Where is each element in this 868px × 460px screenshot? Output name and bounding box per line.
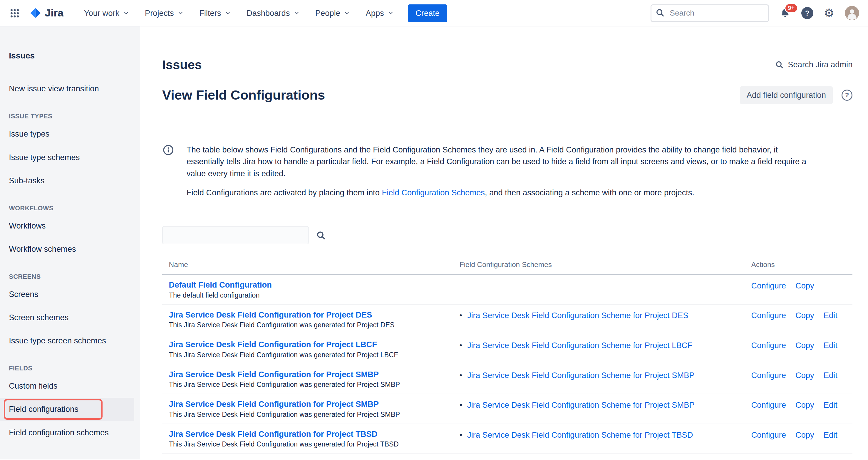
scheme-link[interactable]: Jira Service Desk Field Configuration Sc… — [467, 310, 688, 321]
configure-link[interactable]: Configure — [751, 370, 786, 381]
field-config-name-link[interactable]: Jira Service Desk Field Configuration fo… — [169, 399, 379, 409]
sidebar-item-new-issue-view-transition[interactable]: New issue view transition — [0, 77, 140, 100]
configure-link[interactable]: Configure — [751, 310, 786, 321]
settings-gear-icon[interactable]: ⚙ — [824, 7, 834, 19]
add-field-configuration-button[interactable]: Add field configuration — [740, 86, 832, 104]
copy-link[interactable]: Copy — [796, 399, 814, 410]
table-header: Name Field Configuration Schemes Actions — [162, 256, 852, 275]
app-switcher-icon[interactable] — [10, 8, 20, 18]
heading-row: View Field Configurations Add field conf… — [162, 86, 852, 104]
table-row: Jira Service Desk Field Configuration fo… — [162, 424, 852, 454]
sidebar-section-heading-screens: SCREENS — [0, 266, 140, 283]
scheme-link[interactable]: Jira Service Desk Field Configuration Sc… — [467, 429, 693, 440]
nav-item-people[interactable]: People — [309, 5, 356, 21]
search-icon — [656, 8, 664, 19]
nav-item-dashboards[interactable]: Dashboards — [240, 5, 306, 21]
copy-link[interactable]: Copy — [796, 370, 814, 381]
avatar[interactable] — [845, 6, 859, 20]
sidebar-item-custom-fields[interactable]: Custom fields — [0, 374, 140, 398]
topnav-right-cluster: 9+ ? ⚙ — [651, 4, 859, 22]
sidebar-item-sub-tasks[interactable]: Sub-tasks — [0, 169, 140, 192]
sidebar-item-issue-types[interactable]: Issue types — [0, 123, 140, 146]
column-header-schemes: Field Configuration Schemes — [453, 256, 745, 274]
field-configuration-schemes-link[interactable]: Field Configuration Schemes — [382, 188, 485, 197]
sidebar-item-issue-type-screen-schemes[interactable]: Issue type screen schemes — [0, 329, 140, 353]
edit-link[interactable]: Edit — [824, 370, 837, 381]
bullet-icon: • — [460, 429, 462, 440]
field-config-description: This Jira Service Desk Field Configurati… — [169, 351, 446, 359]
sidebar-item-screen-schemes[interactable]: Screen schemes — [0, 306, 140, 329]
table-row: Default Field Configuration The default … — [162, 275, 852, 305]
field-config-name-link[interactable]: Jira Service Desk Field Configuration fo… — [169, 340, 377, 349]
name-cell: Jira Service Desk Field Configuration fo… — [162, 305, 453, 334]
chevron-down-icon — [387, 10, 394, 17]
jira-logo[interactable]: Jira — [29, 7, 63, 19]
search-icon[interactable] — [316, 231, 326, 240]
sidebar-item-screens[interactable]: Screens — [0, 283, 140, 306]
sidebar-section-heading-workflows: WORKFLOWS — [0, 198, 140, 214]
edit-link[interactable]: Edit — [824, 429, 837, 440]
actions-cell: Configure Copy Edit — [745, 334, 852, 364]
notifications-icon[interactable]: 9+ — [780, 8, 791, 19]
nav-item-label: Apps — [366, 8, 384, 18]
info-paragraph-1: The table below shows Field Configuratio… — [187, 144, 814, 180]
scheme-link[interactable]: Jira Service Desk Field Configuration Sc… — [467, 370, 694, 381]
edit-link[interactable]: Edit — [824, 310, 837, 321]
chevron-down-icon — [343, 10, 350, 17]
info-block: The table below shows Field Configuratio… — [162, 144, 852, 199]
help-icon[interactable]: ? — [801, 7, 813, 19]
configure-link[interactable]: Configure — [751, 280, 786, 291]
sidebar-title: Issues — [0, 51, 140, 61]
name-cell: Jira Service Desk Field Configuration fo… — [162, 424, 453, 454]
nav-item-your-work[interactable]: Your work — [78, 5, 135, 21]
nav-item-filters[interactable]: Filters — [193, 5, 237, 21]
help-circle-icon[interactable]: ? — [842, 90, 853, 101]
configure-link[interactable]: Configure — [751, 429, 786, 440]
sidebar-item-workflow-schemes[interactable]: Workflow schemes — [0, 237, 140, 261]
sidebar-item-workflows[interactable]: Workflows — [0, 214, 140, 237]
configure-link[interactable]: Configure — [751, 399, 786, 410]
copy-link[interactable]: Copy — [796, 310, 814, 321]
edit-link[interactable]: Edit — [824, 399, 837, 410]
bullet-icon: • — [460, 370, 462, 381]
global-search-input[interactable] — [651, 4, 769, 22]
field-config-name-link[interactable]: Jira Service Desk Field Configuration fo… — [169, 370, 379, 379]
copy-link[interactable]: Copy — [796, 429, 814, 440]
sidebar-item-field-configuration-schemes[interactable]: Field configuration schemes — [0, 421, 140, 444]
nav-item-label: Your work — [84, 8, 119, 18]
scheme-cell: • Jira Service Desk Field Configuration … — [453, 334, 745, 364]
name-cell: Default Field Configuration The default … — [162, 275, 453, 304]
admin-sidebar: Issues New issue view transition ISSUE T… — [0, 27, 140, 459]
nav-item-projects[interactable]: Projects — [139, 5, 190, 21]
edit-link[interactable]: Edit — [824, 340, 837, 351]
actions-cell: Configure Copy Edit — [745, 424, 852, 454]
field-config-description: The default field configuration — [169, 291, 446, 299]
nav-item-apps[interactable]: Apps — [360, 5, 400, 21]
jira-logo-icon — [29, 7, 41, 19]
sidebar-section-heading-fields: FIELDS — [0, 358, 140, 374]
scheme-cell: • Jira Service Desk Field Configuration … — [453, 394, 745, 424]
chevron-down-icon — [224, 10, 231, 17]
field-config-name-link[interactable]: Jira Service Desk Field Configuration fo… — [169, 429, 378, 439]
field-configurations-table: Name Field Configuration Schemes Actions… — [162, 256, 852, 454]
actions-cell: Configure Copy Edit — [745, 305, 852, 334]
bullet-icon: • — [460, 310, 462, 321]
search-jira-admin-link[interactable]: Search Jira admin — [775, 60, 852, 69]
sidebar-section-heading-issue-types: ISSUE TYPES — [0, 106, 140, 123]
copy-link[interactable]: Copy — [796, 280, 814, 291]
sidebar-item-issue-type-schemes[interactable]: Issue type schemes — [0, 146, 140, 169]
scheme-link[interactable]: Jira Service Desk Field Configuration Sc… — [467, 340, 692, 351]
copy-link[interactable]: Copy — [796, 340, 814, 351]
filter-input[interactable] — [162, 226, 309, 244]
info-paragraph-2: Field Configurations are activated by pl… — [187, 187, 814, 199]
column-header-name: Name — [162, 256, 453, 274]
create-button[interactable]: Create — [408, 4, 447, 22]
configure-link[interactable]: Configure — [751, 340, 786, 351]
scheme-link[interactable]: Jira Service Desk Field Configuration Sc… — [467, 399, 694, 410]
field-config-name-link[interactable]: Default Field Configuration — [169, 280, 272, 290]
sidebar-item-field-configurations[interactable]: Field configurations — [0, 398, 134, 421]
table-row: Jira Service Desk Field Configuration fo… — [162, 334, 852, 364]
main-content: Issues Search Jira admin View Field Conf… — [140, 27, 868, 459]
field-config-name-link[interactable]: Jira Service Desk Field Configuration fo… — [169, 310, 372, 320]
notification-badge: 9+ — [784, 3, 798, 13]
